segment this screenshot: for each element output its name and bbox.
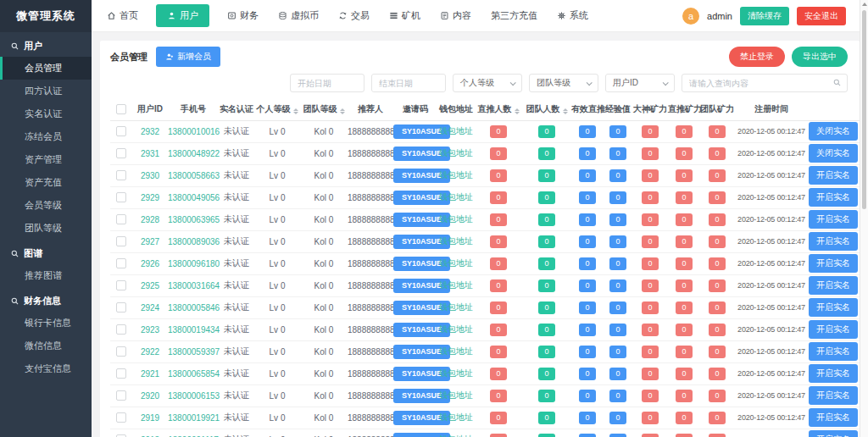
avatar[interactable]: a — [682, 8, 699, 25]
sidebar-item-referral-graph[interactable]: 推荐图谱 — [0, 264, 92, 287]
sidebar-section-graph[interactable]: 图谱 — [0, 240, 92, 264]
nav-item-miner[interactable]: 矿机 — [387, 5, 422, 26]
ban-login-button[interactable]: 禁止登录 — [729, 47, 785, 67]
wallet-link[interactable]: 钱包地址 — [439, 324, 473, 334]
user_id-link[interactable]: 2929 — [141, 193, 159, 202]
sidebar-item-member-level[interactable]: 会员等级 — [0, 194, 92, 217]
admin-username[interactable]: admin — [707, 11, 732, 21]
realname-toggle-button[interactable]: 开启实名 — [809, 430, 858, 437]
realname-toggle-button[interactable]: 开启实名 — [809, 276, 858, 295]
phone-link[interactable]: 13800089036 — [168, 237, 220, 246]
sidebar-item-asset-recharge[interactable]: 资产充值 — [0, 171, 92, 194]
user_id-link[interactable]: 2928 — [141, 215, 159, 224]
user_id-link[interactable]: 2923 — [141, 325, 159, 335]
row-checkbox[interactable] — [116, 324, 126, 335]
phone-link[interactable]: 13800031664 — [168, 281, 220, 290]
realname-toggle-button[interactable]: 开启实名 — [809, 210, 858, 229]
phone-link[interactable]: 13800019434 — [168, 325, 220, 335]
realname-toggle-button[interactable]: 开启实名 — [809, 364, 858, 383]
user_id-link[interactable]: 2932 — [141, 127, 159, 136]
wallet-link[interactable]: 钱包地址 — [439, 302, 473, 312]
clear-cache-button[interactable]: 清除缓存 — [740, 7, 789, 25]
phone-link[interactable]: 13800048922 — [168, 149, 220, 158]
realname-toggle-button[interactable]: 开启实名 — [809, 298, 858, 317]
user_id-link[interactable]: 2926 — [141, 259, 159, 268]
personal-level-select[interactable]: 个人等级 — [453, 74, 522, 92]
search-input[interactable] — [682, 74, 848, 92]
nav-item-users[interactable]: 用户 — [156, 4, 209, 27]
phone-link[interactable]: 13800006153 — [168, 391, 220, 401]
sort-icon[interactable] — [515, 108, 520, 114]
user_id-link[interactable]: 2922 — [141, 347, 159, 357]
row-checkbox[interactable] — [116, 148, 126, 158]
row-checkbox[interactable] — [116, 258, 126, 268]
realname-toggle-button[interactable]: 关闭实名 — [809, 122, 858, 141]
phone-link[interactable]: 13800010016 — [168, 127, 220, 136]
realname-toggle-button[interactable]: 开启实名 — [809, 166, 858, 185]
row-checkbox[interactable] — [116, 412, 126, 423]
realname-toggle-button[interactable]: 开启实名 — [809, 386, 858, 405]
phone-link[interactable]: 13800049056 — [168, 193, 220, 202]
row-checkbox[interactable] — [116, 126, 126, 136]
sidebar-item-asset-management[interactable]: 资产管理 — [0, 148, 92, 171]
phone-link[interactable]: 13800058663 — [168, 171, 220, 180]
user_id-link[interactable]: 2919 — [141, 413, 159, 423]
realname-toggle-button[interactable]: 开启实名 — [809, 254, 858, 273]
logout-button[interactable]: 安全退出 — [797, 7, 846, 25]
sort-icon[interactable] — [293, 108, 298, 114]
sidebar-item-wechat-info[interactable]: 微信信息 — [0, 335, 92, 357]
user_id-link[interactable]: 2930 — [141, 171, 159, 180]
scroll-up-arrow-icon[interactable] — [862, 3, 867, 6]
row-checkbox[interactable] — [116, 302, 126, 313]
nav-item-third-party-recharge[interactable]: 第三方充值 — [489, 5, 539, 26]
sidebar-item-frozen-members[interactable]: 冻结会员 — [0, 125, 92, 148]
column-header-team_level[interactable]: 团队等级 — [300, 98, 348, 120]
scrollbar-thumb[interactable] — [862, 10, 866, 209]
wallet-link[interactable]: 钱包地址 — [439, 280, 473, 290]
sidebar-section-finance-info[interactable]: 财务信息 — [0, 287, 92, 312]
wallet-link[interactable]: 钱包地址 — [439, 368, 473, 378]
nav-item-crypto[interactable]: 虚拟币 — [276, 5, 320, 26]
realname-toggle-button[interactable]: 开启实名 — [809, 342, 858, 361]
team-level-select[interactable]: 团队等级 — [529, 74, 598, 92]
export-selected-button[interactable]: 导出选中 — [792, 47, 848, 67]
nav-item-trade[interactable]: 交易 — [337, 5, 371, 26]
wallet-link[interactable]: 钱包地址 — [439, 126, 473, 136]
realname-toggle-button[interactable]: 开启实名 — [809, 188, 858, 207]
sidebar-item-alipay-info[interactable]: 支付宝信息 — [0, 357, 92, 380]
sidebar-item-four-party-auth[interactable]: 四方认证 — [0, 80, 92, 102]
row-checkbox[interactable] — [116, 346, 126, 357]
sidebar-item-team-level[interactable]: 团队等级 — [0, 217, 92, 240]
wallet-link[interactable]: 钱包地址 — [439, 214, 473, 224]
realname-toggle-button[interactable]: 关闭实名 — [809, 144, 858, 163]
nav-item-home[interactable]: 首页 — [105, 5, 140, 26]
phone-link[interactable]: 13800063965 — [168, 215, 220, 224]
user_id-link[interactable]: 2924 — [141, 303, 159, 313]
vertical-scrollbar[interactable] — [860, 0, 868, 437]
row-checkbox[interactable] — [116, 390, 126, 401]
row-checkbox[interactable] — [116, 170, 126, 180]
select-all-checkbox[interactable] — [116, 104, 126, 114]
start-date-input[interactable] — [290, 74, 364, 92]
user_id-link[interactable]: 2925 — [141, 281, 159, 290]
sidebar-item-bank-card-info[interactable]: 银行卡信息 — [0, 312, 92, 335]
user_id-link[interactable]: 2920 — [141, 391, 159, 401]
wallet-link[interactable]: 钱包地址 — [439, 390, 473, 400]
wallet-link[interactable]: 钱包地址 — [439, 258, 473, 268]
user_id-link[interactable]: 2931 — [141, 149, 159, 158]
wallet-link[interactable]: 钱包地址 — [439, 236, 473, 246]
nav-item-finance[interactable]: 财务 — [225, 5, 260, 26]
end-date-input[interactable] — [371, 74, 446, 92]
nav-item-system[interactable]: 系统 — [555, 5, 590, 26]
search-icon[interactable] — [832, 78, 842, 87]
wallet-link[interactable]: 钱包地址 — [439, 346, 473, 356]
row-checkbox[interactable] — [116, 192, 126, 202]
column-header-personal_level[interactable]: 个人等级 — [254, 98, 300, 120]
sidebar-item-realname-auth[interactable]: 实名认证 — [0, 102, 92, 125]
phone-link[interactable]: 13800005846 — [168, 303, 220, 313]
phone-link[interactable]: 13800065854 — [168, 369, 220, 379]
sort-icon[interactable] — [563, 108, 568, 114]
realname-toggle-button[interactable]: 开启实名 — [809, 320, 858, 339]
phone-link[interactable]: 13800019921 — [168, 413, 220, 423]
realname-toggle-button[interactable]: 开启实名 — [809, 408, 858, 427]
